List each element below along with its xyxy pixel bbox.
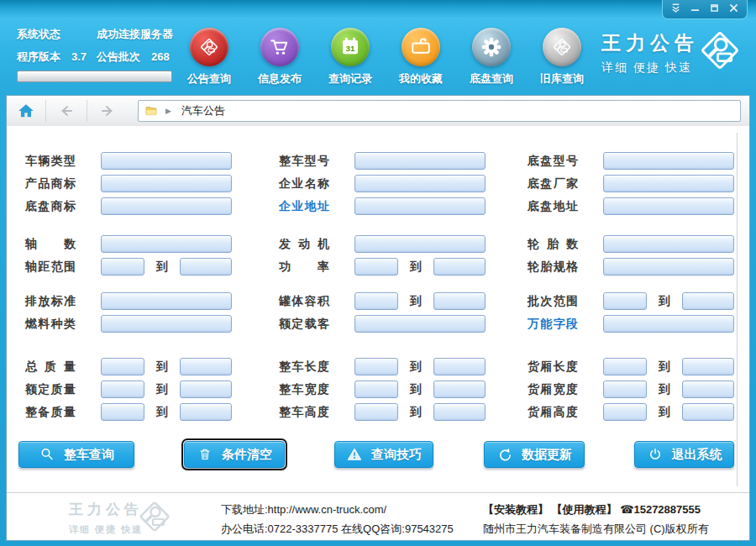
input-curb-mass-from[interactable] — [101, 403, 144, 421]
input-cargo-width-from[interactable] — [603, 381, 647, 398]
field-label-total-mass: 总 质 量 — [25, 360, 76, 375]
button-label: 数据更新 — [522, 447, 572, 463]
minimize-button[interactable] — [687, 3, 704, 17]
field-batch-range: 到 — [603, 292, 734, 310]
input-vehicle-width-from[interactable] — [354, 381, 398, 398]
input-universal-field[interactable] — [603, 315, 734, 333]
home-button[interactable] — [7, 96, 45, 126]
input-chassis-brand[interactable] — [101, 197, 232, 215]
field-label-wheelbase-range: 轴距范围 — [25, 260, 76, 275]
rollup-button[interactable] — [668, 3, 685, 17]
footer-tutorial-links[interactable]: 【安装教程】 【使用教程】 — [483, 503, 617, 516]
input-vehicle-type[interactable] — [101, 152, 232, 170]
refresh-icon — [496, 446, 513, 463]
form-group: 整车长度到整车宽度到整车高度到 — [279, 358, 522, 421]
range-joiner-label: 到 — [156, 360, 168, 375]
input-curb-mass-to[interactable] — [180, 403, 232, 421]
status-batch-label: 公告批次 — [97, 48, 151, 66]
field-label-power-range: 功 率 — [279, 260, 329, 275]
input-company-name[interactable] — [354, 175, 486, 192]
input-rated-passengers[interactable] — [354, 315, 486, 333]
vehicle-query-button[interactable]: 整车查询 — [18, 441, 134, 468]
input-company-address[interactable] — [354, 197, 486, 215]
svg-text:31: 31 — [346, 44, 355, 53]
status-batch-value: 268 — [151, 48, 170, 66]
input-tank-volume-to[interactable] — [433, 292, 486, 310]
toolbar-old-db-query[interactable]: 旧库查询 — [527, 28, 597, 87]
input-vehicle-height-to[interactable] — [433, 403, 486, 421]
input-vehicle-length-to[interactable] — [433, 358, 486, 375]
input-wheelbase-range-from[interactable] — [101, 258, 144, 276]
input-wheelbase-range-to[interactable] — [180, 258, 232, 276]
field-label-chassis-manufacturer: 底盘厂家 — [528, 176, 578, 192]
form-group: 货厢长度到货厢宽度到货厢高度到 — [528, 358, 756, 421]
range-joiner-label: 到 — [659, 382, 670, 397]
input-emission-standard[interactable] — [101, 292, 232, 310]
input-total-mass-from[interactable] — [101, 358, 144, 375]
input-product-brand[interactable] — [101, 175, 232, 192]
input-power-range-to[interactable] — [433, 258, 486, 276]
input-engine[interactable] — [354, 235, 486, 253]
input-fuel-type[interactable] — [101, 315, 232, 333]
input-axle-count[interactable] — [101, 235, 232, 253]
toolbar-notice-query[interactable]: 公告查询 — [174, 28, 244, 87]
input-cargo-width-to[interactable] — [682, 381, 734, 398]
input-chassis-manufacturer[interactable] — [603, 175, 734, 192]
status-panel: 系统状态 成功连接服务器 程序版本 3.7 公告批次 268 — [17, 25, 173, 71]
input-vehicle-model[interactable] — [354, 152, 486, 170]
app-window: 系统状态 成功连接服务器 程序版本 3.7 公告批次 268 公告查询 信息发布… — [0, 0, 756, 546]
input-power-range-from[interactable] — [354, 258, 398, 276]
data-update-button[interactable]: 数据更新 — [484, 441, 585, 468]
maximize-icon — [709, 2, 720, 17]
toolbar-label: 公告查询 — [187, 71, 231, 87]
footer-hotline: 15272887555 — [633, 503, 701, 516]
query-tips-button[interactable]: 查询技巧 — [334, 441, 433, 468]
rollup-icon — [670, 2, 681, 17]
maximize-button[interactable] — [706, 3, 723, 17]
warning-icon — [346, 446, 363, 463]
toolbar-chassis-query[interactable]: 底盘查询 — [456, 28, 527, 87]
back-button[interactable] — [46, 96, 87, 126]
input-tire-count[interactable] — [603, 235, 734, 253]
address-bar[interactable]: ▶ 汽车公告 — [138, 100, 741, 122]
forward-button[interactable] — [87, 96, 128, 126]
form-group: 轮 胎 数轮胎规格 — [528, 235, 756, 276]
field-product-brand — [101, 175, 232, 192]
toolbar-query-history[interactable]: 31查询记录 — [315, 28, 386, 87]
input-chassis-model[interactable] — [603, 152, 734, 170]
form-row-power-range: 功 率到 — [279, 258, 522, 276]
clear-conditions-button[interactable]: 条件清空 — [184, 441, 285, 468]
input-batch-range-to[interactable] — [682, 292, 734, 310]
input-cargo-height-from[interactable] — [603, 403, 647, 421]
form-row-engine: 发 动 机 — [279, 235, 522, 253]
input-batch-range-from[interactable] — [603, 292, 647, 310]
search-icon — [39, 446, 55, 463]
button-label: 条件清空 — [222, 447, 272, 463]
input-cargo-length-from[interactable] — [603, 358, 647, 375]
input-rated-mass-to[interactable] — [180, 381, 232, 398]
footer-brand-title: 王力公告 — [69, 500, 143, 519]
cart-icon — [260, 28, 299, 66]
toolbar-info-publish[interactable]: 信息发布 — [244, 28, 315, 87]
input-vehicle-height-from[interactable] — [354, 403, 398, 421]
toolbar-my-favorites[interactable]: 我的收藏 — [386, 28, 456, 87]
form-group: 排放标准燃料种类 — [25, 292, 269, 333]
input-chassis-address[interactable] — [603, 197, 734, 215]
input-cargo-height-to[interactable] — [682, 403, 734, 421]
input-total-mass-to[interactable] — [180, 358, 232, 375]
folder-arrow-icon — [402, 28, 440, 66]
input-tank-volume-from[interactable] — [354, 292, 398, 310]
input-cargo-length-to[interactable] — [682, 358, 734, 375]
field-label-universal-field[interactable]: 万能字段 — [528, 317, 578, 332]
input-tire-spec[interactable] — [603, 258, 734, 276]
input-vehicle-length-from[interactable] — [354, 358, 398, 375]
field-label-company-address[interactable]: 企业地址 — [279, 199, 329, 214]
input-vehicle-width-to[interactable] — [433, 381, 486, 398]
input-rated-mass-from[interactable] — [101, 381, 144, 398]
field-tank-volume: 到 — [354, 292, 486, 310]
close-button[interactable] — [726, 3, 743, 17]
field-chassis-brand — [101, 197, 232, 215]
exit-system-button[interactable]: 退出系统 — [634, 441, 734, 468]
form-row-tire-count: 轮 胎 数 — [528, 235, 756, 253]
field-label-product-brand: 产品商标 — [25, 176, 76, 192]
